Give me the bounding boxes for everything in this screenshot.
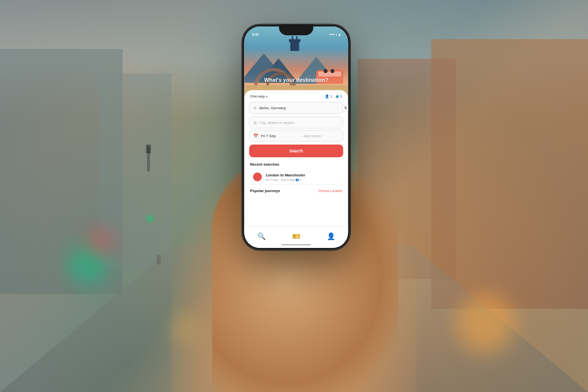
phone-screen: 9:41 ●●● ▾ ▮ bbox=[244, 26, 348, 248]
phone-notch bbox=[279, 24, 313, 35]
status-icons: ●●● ▾ ▮ bbox=[329, 33, 341, 36]
trip-type-selector[interactable]: One-way ▾ bbox=[250, 94, 268, 98]
recent-search-details: London to Manchester Fri 7 Sep – Sun 9 S… bbox=[266, 173, 334, 181]
date-field[interactable]: 📅 Fri 7 Sep – Add return bbox=[249, 130, 343, 142]
swap-button[interactable]: ⇅ bbox=[342, 104, 348, 112]
phone-body: 9:41 ●●● ▾ ▮ bbox=[242, 24, 350, 250]
bokeh-red bbox=[88, 230, 113, 255]
signal-icon: ●●● bbox=[329, 33, 335, 36]
phone-device: 9:41 ●●● ▾ ▮ bbox=[242, 24, 350, 250]
adult-count: 1 bbox=[330, 95, 332, 98]
account-tab-icon: 👤 bbox=[327, 232, 335, 240]
trip-type-chevron: ▾ bbox=[266, 95, 268, 98]
tab-account[interactable]: 👤 bbox=[327, 232, 335, 240]
popular-journeys-row: Popular journeys Choose Location bbox=[244, 186, 348, 195]
bus-wheel-rear bbox=[323, 69, 327, 73]
origin-value: Berlin, Germany bbox=[259, 106, 339, 110]
destination-field[interactable]: ◎ City, station or airport bbox=[249, 117, 343, 128]
adult-icon: 👤 bbox=[325, 95, 329, 98]
origin-icon: ⊙ bbox=[253, 106, 257, 110]
date-add-return: – Add return bbox=[301, 134, 339, 138]
passenger-badges: 👤 1 🧳 0 bbox=[325, 95, 342, 98]
trip-type-label: One-way bbox=[250, 94, 265, 98]
hero-title: What's your destination? bbox=[244, 77, 348, 83]
calendar-icon: 📅 bbox=[253, 134, 258, 138]
traffic-light-green bbox=[147, 216, 153, 221]
recent-search-item[interactable]: 📍 London to Manchester Fri 7 Sep – Sun 9… bbox=[249, 170, 343, 185]
origin-field[interactable]: ⊙ Berlin, Germany ⇅ bbox=[249, 102, 343, 114]
home-indicator bbox=[281, 244, 311, 245]
luggage-icon: 🧳 bbox=[335, 95, 340, 98]
destination-placeholder: City, station or airport bbox=[259, 121, 339, 125]
destination-icon: ◎ bbox=[253, 121, 257, 125]
trip-type-row: One-way ▾ 👤 1 🧳 0 bbox=[244, 90, 348, 100]
traffic-light-head bbox=[146, 145, 151, 153]
choose-location-button[interactable]: Choose Location bbox=[318, 189, 343, 193]
recent-chevron-icon: › bbox=[338, 175, 340, 179]
luggage-count[interactable]: 🧳 0 bbox=[335, 95, 343, 98]
luggage-count-val: 0 bbox=[341, 95, 343, 98]
search-button-label: Search bbox=[289, 148, 303, 153]
recent-searches-title: Recent searches bbox=[244, 160, 348, 168]
bokeh-orange bbox=[456, 294, 514, 353]
tab-search[interactable]: 🔍 bbox=[257, 232, 266, 240]
tab-trips[interactable]: 🎫 bbox=[292, 232, 300, 240]
popular-journeys-title: Popular journeys bbox=[250, 189, 280, 193]
search-button[interactable]: Search bbox=[249, 145, 343, 157]
street-person bbox=[157, 255, 161, 265]
date-value: Fri 7 Sep bbox=[261, 134, 298, 138]
recent-route: London to Manchester bbox=[266, 173, 334, 177]
search-tab-icon: 🔍 bbox=[257, 232, 266, 240]
content-area: One-way ▾ 👤 1 🧳 0 bbox=[244, 90, 348, 248]
trips-tab-icon: 🎫 bbox=[292, 232, 300, 240]
recent-meta: Fri 7 Sep – Sun 9 Sep 👥 2 bbox=[266, 178, 334, 181]
status-time: 9:41 bbox=[252, 33, 259, 36]
battery-icon: ▮ bbox=[339, 33, 340, 36]
hero-banner: 9:41 ●●● ▾ ▮ bbox=[244, 26, 348, 98]
wifi-icon: ▾ bbox=[336, 33, 337, 36]
recent-location-icon: 📍 bbox=[253, 172, 262, 181]
passenger-count[interactable]: 👤 1 bbox=[325, 95, 332, 98]
bus-wheel-front bbox=[330, 69, 334, 73]
